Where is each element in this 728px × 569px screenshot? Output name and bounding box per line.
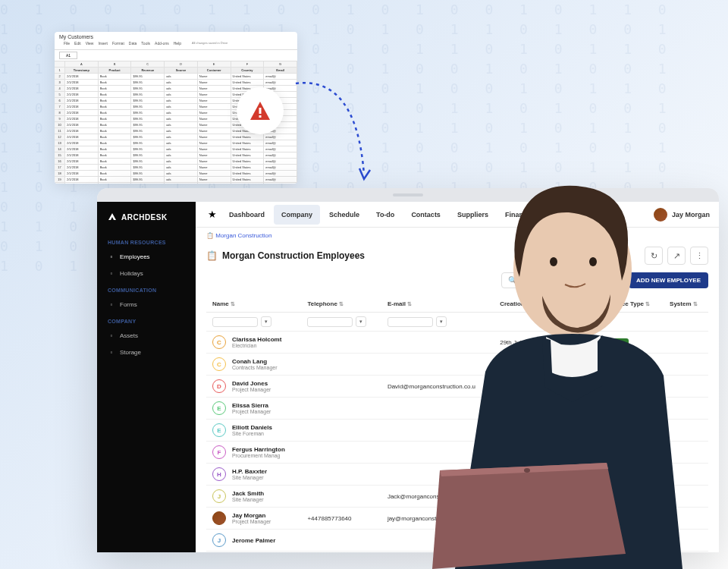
- calendar-icon: ▫: [108, 269, 115, 277]
- star-icon[interactable]: ★: [205, 207, 220, 222]
- storage-icon: ▫: [108, 348, 115, 356]
- spreadsheet-menu: FileEditViewInsertFormatDataToolsAdd-ons…: [59, 39, 293, 47]
- filter-icon[interactable]: ▾: [356, 316, 366, 327]
- nav-dashboard[interactable]: Dashboard: [221, 205, 272, 225]
- sidebar: ARCHDESK HUMAN RESOURCES▫Employees▫Holid…: [97, 202, 196, 552]
- filter-icon[interactable]: ▾: [261, 316, 271, 327]
- sidebar-section: COMMUNICATION: [97, 281, 196, 296]
- nav-schedule[interactable]: Schedule: [322, 205, 367, 225]
- sidebar-section: HUMAN RESOURCES: [97, 234, 196, 248]
- brand-logo: ARCHDESK: [97, 212, 196, 234]
- col-telephone[interactable]: Telephone⇅: [301, 296, 381, 313]
- page-title: 📋Morgan Construction Employees: [206, 250, 365, 261]
- filter-input[interactable]: [307, 317, 353, 327]
- spreadsheet-title: My Customers: [59, 34, 293, 39]
- sidebar-item-employees[interactable]: ▫Employees: [97, 248, 196, 265]
- sidebar-section: COMPANY: [97, 313, 196, 327]
- svg-rect-0: [259, 108, 262, 114]
- svg-point-3: [550, 257, 557, 266]
- cell-address: A1: [59, 52, 77, 59]
- svg-point-5: [524, 468, 530, 473]
- sidebar-item-forms[interactable]: ▫Forms: [97, 296, 196, 313]
- users-icon: ▫: [108, 253, 115, 260]
- nav-company[interactable]: Company: [274, 205, 320, 225]
- svg-point-4: [589, 257, 597, 266]
- sidebar-item-storage[interactable]: ▫Storage: [97, 344, 196, 360]
- form-icon: ▫: [108, 300, 115, 308]
- laptop-image: [425, 463, 637, 569]
- box-icon: ▫: [108, 332, 115, 339]
- sidebar-item-holidays[interactable]: ▫Holidays: [97, 265, 196, 281]
- col-name[interactable]: Name⇅: [206, 296, 301, 313]
- logo-icon: [108, 212, 117, 222]
- migration-arrow-icon: [288, 61, 379, 197]
- sidebar-item-assets[interactable]: ▫Assets: [97, 327, 196, 344]
- warning-icon: [249, 100, 271, 121]
- svg-rect-1: [259, 115, 262, 118]
- alert-badge: [237, 87, 284, 134]
- filter-input[interactable]: [212, 317, 258, 327]
- brand-text: ARCHDESK: [121, 213, 168, 222]
